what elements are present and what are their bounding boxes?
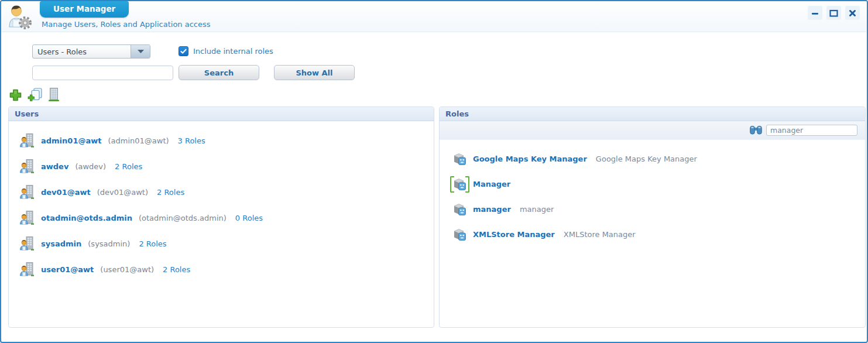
user-name-link[interactable]: sysadmin [41, 239, 81, 248]
user-row: user01@awt (user01@awt) 2 Roles [19, 256, 434, 282]
user-roles-link[interactable]: 2 Roles [157, 188, 184, 197]
user-manager-window: User Manager Manage Users, Roles and App… [0, 0, 868, 343]
include-internal-roles-label: Include internal roles [193, 47, 273, 56]
add-user-icon[interactable] [9, 88, 22, 102]
role-icon-wrap [451, 177, 468, 192]
user-icon [19, 262, 35, 277]
checkbox-checked-icon [179, 46, 188, 56]
role-row: manager manager [451, 197, 865, 222]
user-id: (dev01@awt) [97, 188, 148, 197]
user-icon [19, 236, 35, 252]
close-icon [849, 9, 856, 17]
minimize-icon [811, 9, 819, 17]
chevron-down-icon [131, 45, 150, 58]
user-name-link[interactable]: otadmin@otds.admin [41, 214, 132, 222]
role-name-link[interactable]: manager [473, 205, 511, 214]
binoculars-icon [750, 125, 762, 136]
user-icon [19, 159, 35, 174]
user-name-link[interactable]: admin01@awt [41, 136, 101, 145]
role-icon [453, 153, 466, 166]
user-id: (user01@awt) [100, 265, 154, 274]
user-roles-link[interactable]: 2 Roles [139, 239, 166, 248]
user-roles-link[interactable]: 3 Roles [178, 136, 205, 145]
users-panel: Users [8, 107, 434, 328]
user-icon [19, 184, 35, 200]
view-mode-dropdown[interactable]: Users - Roles [32, 44, 150, 59]
role-name-link[interactable]: Manager [473, 180, 510, 188]
user-id: (sysadmin) [88, 239, 130, 248]
role-icon-wrap [451, 227, 468, 242]
role-name-link[interactable]: XMLStore Manager [473, 230, 555, 239]
toolbar [9, 87, 60, 102]
user-icon [19, 210, 35, 226]
users-panel-header: Users [9, 107, 434, 121]
role-icon [453, 203, 466, 216]
role-filter-input[interactable] [766, 125, 857, 136]
user-name-link[interactable]: awdev [41, 162, 68, 171]
view-mode-selected: Users - Roles [33, 47, 131, 56]
user-row: dev01@awt (dev01@awt) 2 Roles [19, 179, 434, 205]
show-all-button[interactable]: Show All [274, 65, 355, 80]
users-list: admin01@awt (admin01@awt) 3 Roles [9, 121, 434, 282]
user-roles-link[interactable]: 0 Roles [235, 214, 263, 222]
window-subtitle: Manage Users, Roles and Application acce… [42, 20, 211, 29]
user-id: (awdev) [75, 162, 106, 171]
user-id: (otadmin@otds.admin) [139, 214, 227, 222]
role-icon-wrap [451, 202, 468, 217]
user-id: (admin01@awt) [108, 136, 169, 145]
roles-panel-header: Roles [440, 107, 865, 121]
maximize-icon [829, 9, 838, 17]
roles-list: Google Maps Key Manager Google Maps Key … [440, 140, 865, 247]
add-multiple-users-icon[interactable] [28, 88, 43, 102]
user-icon [19, 133, 35, 149]
organization-icon[interactable] [48, 87, 60, 102]
user-manager-app-icon [6, 4, 33, 30]
include-internal-roles-checkbox[interactable]: Include internal roles [179, 46, 273, 56]
role-icon [453, 178, 466, 191]
search-input[interactable] [32, 66, 173, 80]
user-name-link[interactable]: user01@awt [41, 265, 94, 274]
search-button[interactable]: Search [179, 65, 259, 80]
role-icon [453, 228, 466, 241]
user-row: otadmin@otds.admin (otadmin@otds.admin) … [19, 205, 434, 231]
window-controls [808, 6, 860, 20]
user-row: awdev (awdev) 2 Roles [19, 153, 434, 179]
roles-filter-bar [440, 121, 865, 140]
role-description: Google Maps Key Manager [596, 155, 697, 163]
role-row: XMLStore Manager XMLStore Manager [451, 222, 865, 247]
role-row: Google Maps Key Manager Google Maps Key … [451, 146, 865, 172]
role-icon-wrap [451, 152, 468, 167]
maximize-button[interactable] [826, 6, 841, 20]
user-roles-link[interactable]: 2 Roles [115, 162, 142, 171]
close-button[interactable] [845, 6, 860, 20]
user-roles-link[interactable]: 2 Roles [163, 265, 190, 274]
minimize-button[interactable] [808, 6, 822, 20]
titlebar: User Manager Manage Users, Roles and App… [1, 1, 867, 32]
role-description: XMLStore Manager [564, 230, 636, 239]
title-tab: User Manager [40, 1, 129, 18]
window-title: User Manager [53, 4, 115, 13]
roles-panel: Roles [439, 107, 866, 328]
role-row: Manager [451, 172, 865, 197]
user-row: sysadmin (sysadmin) 2 Roles [19, 231, 434, 256]
user-name-link[interactable]: dev01@awt [41, 188, 91, 197]
role-name-link[interactable]: Google Maps Key Manager [473, 155, 587, 163]
user-row: admin01@awt (admin01@awt) 3 Roles [19, 128, 434, 153]
role-description: manager [520, 205, 554, 214]
